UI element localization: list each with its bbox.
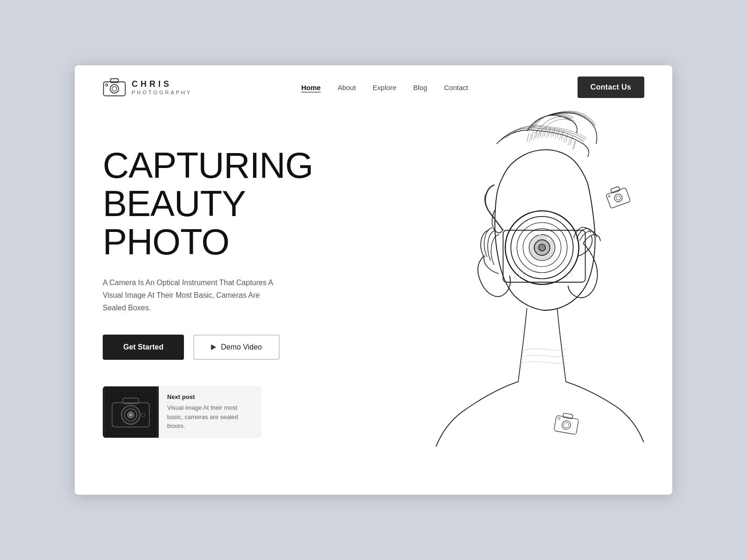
nav-contact[interactable]: Contact [444, 84, 468, 91]
nav-about[interactable]: About [338, 84, 356, 91]
logo: CHRIS PHOTOGRAPHY [103, 78, 192, 97]
svg-line-55 [572, 141, 575, 150]
camera-logo-icon [103, 78, 126, 97]
svg-line-54 [568, 137, 571, 146]
browser-window: CHRIS PHOTOGRAPHY Home About Explore Blo… [75, 65, 672, 495]
svg-line-46 [533, 132, 536, 141]
svg-point-17 [615, 195, 621, 201]
demo-video-button[interactable]: Demo Video [193, 335, 280, 360]
svg-rect-14 [606, 188, 631, 209]
logo-sub: PHOTOGRAPHY [132, 90, 192, 95]
svg-line-36 [540, 129, 542, 138]
svg-point-4 [106, 84, 108, 86]
svg-line-35 [536, 130, 538, 139]
svg-point-18 [608, 195, 611, 197]
main-nav: Home About Explore Blog Contact [301, 84, 468, 91]
svg-point-22 [564, 422, 570, 428]
svg-point-23 [558, 417, 560, 420]
next-post-description: Visual image At their most basic, camera… [167, 403, 253, 431]
hero-buttons: Get Started Demo Video [103, 335, 359, 360]
hero-title-line1: CAPTURING [103, 145, 313, 186]
header: CHRIS PHOTOGRAPHY Home About Explore Blo… [75, 65, 672, 109]
svg-point-2 [112, 86, 117, 91]
nav-home[interactable]: Home [301, 84, 321, 91]
contact-us-button[interactable]: Contact Us [578, 77, 644, 98]
svg-line-52 [559, 132, 562, 140]
svg-point-12 [129, 413, 132, 416]
svg-line-39 [553, 128, 555, 137]
next-post-card[interactable]: Next post Visual image At their most bas… [103, 386, 261, 438]
svg-point-21 [561, 420, 571, 430]
svg-point-30 [539, 244, 546, 251]
svg-line-42 [566, 133, 568, 142]
svg-line-50 [551, 129, 553, 138]
hero-title: CAPTURING BEAUTY PHOTO [103, 147, 359, 261]
svg-point-16 [613, 193, 623, 203]
next-post-text: Next post Visual image At their most bas… [159, 386, 261, 438]
hero-illustration [355, 109, 672, 464]
svg-line-44 [574, 140, 576, 149]
hero-title-line2: BEAUTY PHOTO [103, 183, 245, 262]
svg-line-34 [531, 131, 534, 140]
nav-blog[interactable]: Blog [413, 84, 427, 91]
logo-text: CHRIS PHOTOGRAPHY [132, 79, 192, 95]
svg-line-51 [555, 130, 557, 139]
get-started-button[interactable]: Get Started [103, 335, 184, 360]
demo-video-label: Demo Video [221, 343, 262, 351]
svg-point-31 [547, 237, 550, 240]
nav-explore[interactable]: Explore [373, 84, 396, 91]
next-post-camera-sketch [105, 386, 156, 438]
next-post-label: Next post [167, 393, 253, 400]
svg-line-33 [527, 133, 529, 142]
next-post-image [103, 386, 159, 438]
photographer-sketch [355, 109, 672, 464]
hero-section: CAPTURING BEAUTY PHOTO A Camera Is An Op… [75, 109, 672, 464]
logo-name: CHRIS [132, 79, 192, 90]
svg-line-49 [546, 129, 549, 138]
svg-point-1 [110, 84, 119, 93]
svg-line-45 [529, 134, 531, 143]
hero-description: A Camera Is An Optical Instrument That C… [103, 276, 280, 315]
hero-content: CAPTURING BEAUTY PHOTO A Camera Is An Op… [103, 137, 359, 438]
play-icon [211, 344, 216, 350]
